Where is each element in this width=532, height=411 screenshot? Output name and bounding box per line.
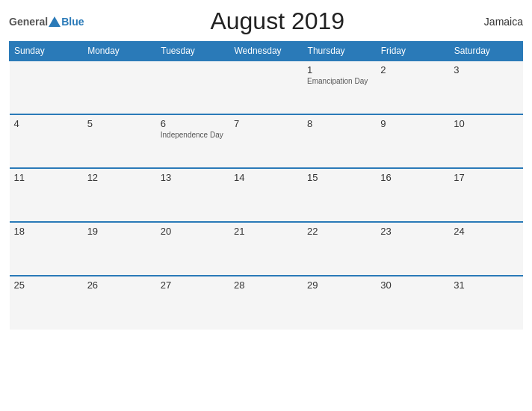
calendar-cell: 24 — [449, 222, 522, 276]
day-number: 27 — [161, 279, 225, 291]
col-saturday: Saturday — [449, 42, 522, 61]
col-tuesday: Tuesday — [156, 42, 229, 61]
calendar-cell: 27 — [156, 276, 229, 330]
weekday-row: Sunday Monday Tuesday Wednesday Thursday… — [10, 42, 523, 61]
calendar-header: Sunday Monday Tuesday Wednesday Thursday… — [10, 42, 523, 61]
day-number: 21 — [234, 226, 298, 237]
calendar-title: August 2019 — [84, 7, 471, 35]
calendar-cell: 26 — [83, 276, 156, 330]
day-number: 18 — [14, 226, 78, 237]
calendar-cell: 20 — [156, 222, 229, 276]
day-number: 25 — [14, 279, 78, 291]
calendar-cell: 13 — [156, 168, 229, 222]
col-monday: Monday — [83, 42, 156, 61]
logo-general-text: General — [9, 16, 48, 28]
holiday-label: Independence Day — [161, 131, 225, 139]
calendar-cell: 17 — [449, 168, 522, 222]
day-number: 22 — [307, 226, 371, 237]
calendar-cell: 2 — [376, 61, 449, 114]
day-number: 2 — [380, 64, 445, 75]
day-number: 3 — [454, 64, 518, 75]
day-number: 26 — [87, 279, 152, 291]
calendar-week-4: 18192021222324 — [10, 222, 523, 276]
day-number: 11 — [14, 172, 78, 183]
day-number: 23 — [380, 226, 445, 237]
day-number: 30 — [380, 279, 445, 291]
day-number: 12 — [87, 172, 152, 183]
calendar-cell: 14 — [229, 168, 303, 222]
day-number: 31 — [454, 279, 518, 291]
header: General Blue August 2019 Jamaica — [9, 7, 523, 35]
day-number: 20 — [161, 226, 225, 237]
calendar-cell: 8 — [303, 114, 376, 168]
calendar-cell: 6Independence Day — [156, 114, 229, 168]
holiday-label: Emancipation Day — [307, 77, 371, 85]
calendar-cell: 28 — [229, 276, 303, 330]
day-number: 10 — [454, 118, 518, 129]
day-number: 17 — [454, 172, 518, 183]
calendar-cell: 10 — [449, 114, 522, 168]
calendar-cell — [156, 61, 229, 114]
calendar-cell: 25 — [10, 276, 83, 330]
calendar-cell: 5 — [83, 114, 156, 168]
day-number: 6 — [161, 118, 225, 129]
day-number: 5 — [87, 118, 152, 129]
calendar-cell: 23 — [376, 222, 449, 276]
calendar-cell: 9 — [376, 114, 449, 168]
col-friday: Friday — [376, 42, 449, 61]
calendar-cell: 22 — [303, 222, 376, 276]
calendar-week-5: 25262728293031 — [10, 276, 523, 330]
day-number: 8 — [307, 118, 371, 129]
calendar-week-2: 456Independence Day78910 — [10, 114, 523, 168]
calendar-cell: 4 — [10, 114, 83, 168]
calendar-week-1: 1Emancipation Day23 — [10, 61, 523, 114]
calendar-cell: 18 — [10, 222, 83, 276]
calendar-body: 1Emancipation Day23456Independence Day78… — [10, 61, 523, 330]
day-number: 15 — [307, 172, 371, 183]
col-wednesday: Wednesday — [229, 42, 303, 61]
day-number: 1 — [307, 64, 371, 75]
calendar-cell: 12 — [83, 168, 156, 222]
calendar-cell: 3 — [449, 61, 522, 114]
col-sunday: Sunday — [10, 42, 83, 61]
calendar-week-3: 11121314151617 — [10, 168, 523, 222]
calendar-cell — [229, 61, 303, 114]
calendar-cell: 11 — [10, 168, 83, 222]
logo: General Blue — [9, 16, 84, 28]
calendar-cell: 16 — [376, 168, 449, 222]
country-label: Jamaica — [471, 16, 523, 28]
calendar-cell: 21 — [229, 222, 303, 276]
calendar-cell: 15 — [303, 168, 376, 222]
day-number: 24 — [454, 226, 518, 237]
calendar-cell — [83, 61, 156, 114]
day-number: 14 — [234, 172, 298, 183]
calendar-table: Sunday Monday Tuesday Wednesday Thursday… — [9, 41, 523, 330]
day-number: 29 — [307, 279, 371, 291]
calendar-cell: 31 — [449, 276, 522, 330]
calendar-cell: 7 — [229, 114, 303, 168]
day-number: 9 — [380, 118, 445, 129]
calendar-cell: 30 — [376, 276, 449, 330]
col-thursday: Thursday — [303, 42, 376, 61]
day-number: 19 — [87, 226, 152, 237]
day-number: 13 — [161, 172, 225, 183]
logo-blue-text: Blue — [61, 16, 84, 28]
day-number: 4 — [14, 118, 78, 129]
calendar-cell: 29 — [303, 276, 376, 330]
day-number: 16 — [380, 172, 445, 183]
day-number: 28 — [234, 279, 298, 291]
calendar-cell: 19 — [83, 222, 156, 276]
day-number: 7 — [234, 118, 298, 129]
calendar-cell — [10, 61, 83, 114]
calendar-cell: 1Emancipation Day — [303, 61, 376, 114]
page: General Blue August 2019 Jamaica Sunday … — [0, 0, 532, 411]
logo-triangle-icon — [49, 16, 61, 27]
